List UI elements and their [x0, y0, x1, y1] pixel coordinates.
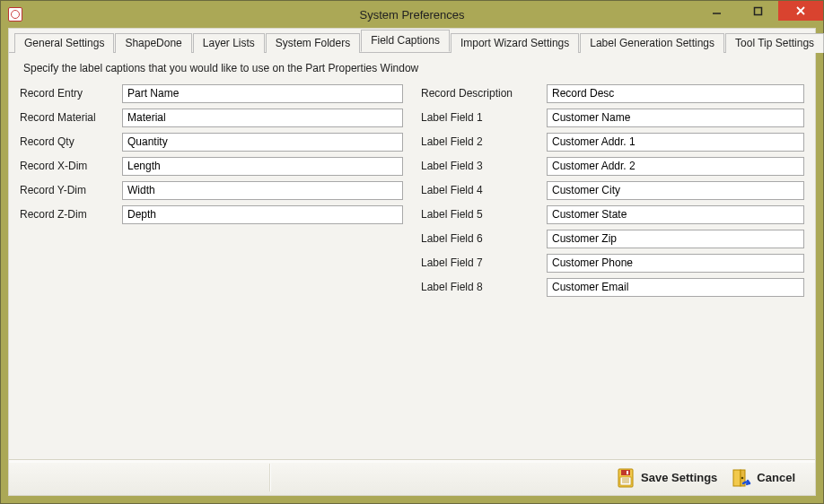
client-area: General Settings ShapeDone Layer Lists S… — [8, 28, 816, 496]
input-label-field-7[interactable] — [547, 254, 804, 273]
label-label-field-3: Label Field 3 — [421, 160, 547, 172]
label-record-entry: Record Entry — [20, 87, 122, 100]
svg-rect-11 — [733, 470, 741, 486]
label-label-field-5: Label Field 5 — [421, 208, 547, 221]
input-record-zdim[interactable] — [122, 205, 403, 224]
save-settings-label: Save Settings — [641, 471, 717, 484]
action-bar: Save Settings Cancel — [9, 459, 815, 495]
save-icon — [616, 467, 636, 489]
action-bar-divider — [9, 460, 815, 463]
label-label-field-2: Label Field 2 — [421, 135, 547, 148]
row-label-field-6: Label Field 6 — [421, 229, 804, 248]
row-label-field-7: Label Field 7 — [421, 253, 804, 273]
row-label-field-1: Label Field 1 — [421, 108, 804, 127]
tab-label-generation-settings[interactable]: Label Generation Settings — [580, 33, 724, 53]
row-record-description: Record Description — [421, 83, 804, 103]
window-controls — [696, 1, 823, 21]
input-label-field-4[interactable] — [547, 181, 804, 200]
label-record-description: Record Description — [421, 87, 547, 100]
tab-page-field-captions: Specify the label captions that you woul… — [9, 53, 815, 459]
tab-tool-tip-settings[interactable]: Tool Tip Settings — [725, 33, 824, 53]
label-record-xdim: Record X-Dim — [20, 160, 122, 172]
input-record-ydim[interactable] — [122, 181, 403, 200]
svg-point-13 — [741, 476, 744, 479]
label-label-field-8: Label Field 8 — [421, 281, 547, 293]
svg-rect-1 — [754, 7, 761, 14]
row-record-material: Record Material — [20, 108, 403, 127]
row-label-field-8: Label Field 8 — [421, 277, 804, 297]
preferences-window: System Preferences General Settings Shap… — [0, 0, 824, 504]
tab-strip: General Settings ShapeDone Layer Lists S… — [9, 29, 815, 53]
label-label-field-4: Label Field 4 — [421, 184, 547, 196]
input-label-field-2[interactable] — [547, 133, 804, 152]
tab-field-captions[interactable]: Field Captions — [361, 30, 450, 52]
cancel-label: Cancel — [757, 471, 795, 484]
svg-rect-6 — [627, 471, 628, 474]
close-button[interactable] — [778, 1, 823, 21]
row-label-field-3: Label Field 3 — [421, 156, 804, 176]
right-column: Record Description Label Field 1 Label F… — [421, 83, 804, 301]
tab-general-settings[interactable]: General Settings — [14, 33, 114, 53]
instruction-text: Specify the label captions that you woul… — [23, 62, 804, 74]
input-record-description[interactable] — [547, 84, 804, 103]
input-record-xdim[interactable] — [122, 157, 403, 176]
label-label-field-7: Label Field 7 — [421, 256, 547, 269]
form-columns: Record Entry Record Material Record Qty … — [20, 83, 804, 301]
action-bar-grip — [13, 462, 34, 464]
row-label-field-2: Label Field 2 — [421, 132, 804, 152]
label-record-material: Record Material — [20, 111, 122, 124]
cancel-button[interactable]: Cancel — [728, 465, 799, 491]
row-label-field-5: Label Field 5 — [421, 204, 804, 224]
tab-system-folders[interactable]: System Folders — [266, 33, 360, 53]
app-icon — [8, 7, 22, 22]
input-record-entry[interactable] — [122, 84, 403, 103]
input-label-field-1[interactable] — [547, 109, 804, 127]
input-record-qty[interactable] — [122, 133, 403, 152]
input-label-field-6[interactable] — [547, 230, 804, 248]
minimize-button[interactable] — [696, 1, 737, 21]
input-record-material[interactable] — [122, 109, 403, 127]
action-bar-separator — [269, 464, 270, 491]
label-label-field-1: Label Field 1 — [421, 111, 547, 124]
save-settings-button[interactable]: Save Settings — [612, 465, 721, 491]
maximize-icon — [753, 6, 763, 16]
row-record-ydim: Record Y-Dim — [20, 180, 403, 200]
input-label-field-5[interactable] — [547, 205, 804, 224]
svg-rect-5 — [621, 470, 630, 475]
row-label-field-4: Label Field 4 — [421, 180, 804, 200]
svg-rect-7 — [620, 477, 631, 485]
label-record-ydim: Record Y-Dim — [20, 184, 122, 196]
row-record-zdim: Record Z-Dim — [20, 204, 403, 224]
label-record-qty: Record Qty — [20, 135, 122, 148]
left-column: Record Entry Record Material Record Qty … — [20, 83, 403, 301]
maximize-button[interactable] — [737, 1, 778, 21]
cancel-icon — [732, 467, 751, 489]
close-icon — [795, 5, 806, 16]
tab-layer-lists[interactable]: Layer Lists — [193, 33, 265, 53]
row-record-qty: Record Qty — [20, 132, 403, 152]
input-label-field-3[interactable] — [547, 157, 804, 176]
row-record-entry: Record Entry — [20, 83, 403, 103]
row-record-xdim: Record X-Dim — [20, 156, 403, 176]
tab-shapedone[interactable]: ShapeDone — [115, 33, 191, 53]
title-bar: System Preferences — [1, 1, 823, 28]
label-label-field-6: Label Field 6 — [421, 232, 547, 245]
minimize-icon — [712, 6, 722, 16]
label-record-zdim: Record Z-Dim — [20, 208, 122, 221]
input-label-field-8[interactable] — [547, 278, 804, 297]
tab-import-wizard-settings[interactable]: Import Wizard Settings — [451, 33, 579, 53]
